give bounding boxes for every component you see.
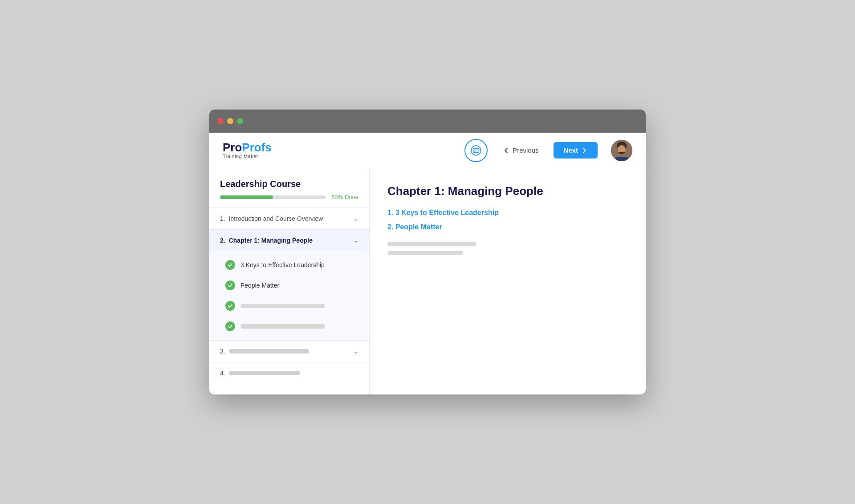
- chevron-right-icon: [581, 147, 588, 154]
- main-container: Leadership Course 50% Done 1. Introducti…: [209, 168, 646, 394]
- chapter-number-2: 2.: [220, 237, 225, 244]
- lesson-check-1: [225, 260, 235, 270]
- chevron-down-icon-2: ⌄: [353, 237, 358, 244]
- progress-row: 50% Done: [220, 194, 358, 200]
- chapter-header-left-4: 4.: [220, 370, 300, 377]
- chapter-placeholder-3: [229, 349, 309, 354]
- minimize-dot[interactable]: [227, 118, 233, 124]
- chapter-header-left-3: 3.: [220, 348, 309, 355]
- chapter-number-3: 3.: [220, 348, 225, 355]
- chapter-placeholder-4: [229, 371, 300, 375]
- chapter-item-3: 3. ⌄: [209, 340, 369, 362]
- lesson-check-3: [225, 301, 235, 311]
- lesson-placeholder-3: [240, 304, 325, 308]
- lesson-text-1: 3 Keys to Effective Leadership: [240, 261, 325, 268]
- content-placeholder-2: [387, 251, 463, 255]
- chapter-header-left-1: 1. Introduction and Course Overview: [220, 215, 323, 222]
- progress-label: 50% Done: [331, 194, 358, 200]
- logo-profs: Profs: [242, 141, 271, 154]
- logo: ProProfs Training Maker: [223, 142, 272, 159]
- lesson-item-4[interactable]: [209, 316, 369, 337]
- chapter-header-2[interactable]: 2. Chapter 1: Managing People ⌄: [209, 230, 369, 251]
- next-label: Next: [563, 146, 578, 154]
- close-dot[interactable]: [217, 118, 224, 124]
- check-icon-4: [228, 324, 233, 329]
- browser-window: ProProfs Training Maker Previous: [209, 110, 646, 394]
- chapter-number-1: 1.: [220, 215, 225, 222]
- progress-bar-background: [220, 195, 326, 199]
- content-area: Chapter 1: Managing People 1. 3 Keys to …: [370, 168, 646, 394]
- chapter-header-1[interactable]: 1. Introduction and Course Overview ⌄: [209, 208, 369, 229]
- header: ProProfs Training Maker Previous: [209, 133, 646, 168]
- chevron-left-icon: [503, 147, 510, 154]
- lesson-text-2: People Matter: [240, 282, 279, 289]
- content-lesson-link-2[interactable]: 2. People Matter: [387, 223, 628, 231]
- svg-point-0: [471, 146, 481, 155]
- check-icon-3: [228, 303, 233, 309]
- svg-rect-7: [615, 157, 628, 161]
- chevron-down-icon-3: ⌄: [353, 348, 358, 355]
- content-lesson-link-1[interactable]: 1. 3 Keys to Effective Leadership: [387, 209, 628, 217]
- chapter-item-2: 2. Chapter 1: Managing People ⌄: [209, 229, 369, 340]
- chapter-header-left-2: 2. Chapter 1: Managing People: [220, 237, 313, 244]
- content-chapter-title: Chapter 1: Managing People: [387, 184, 628, 198]
- avatar[interactable]: [611, 140, 632, 161]
- title-bar: [209, 110, 646, 133]
- maximize-dot[interactable]: [237, 118, 243, 124]
- sidebar-header: Leadership Course 50% Done: [209, 179, 369, 207]
- previous-button[interactable]: Previous: [497, 142, 545, 159]
- logo-subtitle: Training Maker: [223, 154, 272, 159]
- chapter-title-1: Introduction and Course Overview: [229, 215, 323, 222]
- logo-text: ProProfs: [223, 142, 272, 153]
- chat-icon-button[interactable]: [464, 139, 488, 162]
- chapter-number-4: 4.: [220, 370, 225, 377]
- logo-pro: Pro: [223, 141, 242, 154]
- course-title: Leadership Course: [220, 179, 358, 189]
- chapter-header-4[interactable]: 4.: [209, 362, 369, 384]
- check-icon-1: [228, 262, 233, 268]
- chevron-down-icon-1: ⌄: [353, 215, 358, 222]
- avatar-image: [611, 140, 632, 161]
- sidebar: Leadership Course 50% Done 1. Introducti…: [209, 168, 370, 394]
- lesson-check-2: [225, 280, 235, 290]
- chapter-item-4: 4.: [209, 362, 369, 384]
- content-placeholder-1: [387, 242, 476, 246]
- check-icon-2: [228, 283, 233, 288]
- lesson-check-4: [225, 321, 235, 331]
- next-button[interactable]: Next: [554, 142, 598, 159]
- chat-icon: [470, 145, 482, 156]
- progress-bar-fill: [220, 195, 273, 199]
- lesson-list-2: 3 Keys to Effective Leadership People Ma…: [209, 251, 369, 340]
- lesson-item-2[interactable]: People Matter: [209, 275, 369, 296]
- chapter-item-1: 1. Introduction and Course Overview ⌄: [209, 207, 369, 229]
- lesson-placeholder-4: [240, 324, 325, 329]
- svg-rect-1: [473, 148, 479, 152]
- lesson-item-1[interactable]: 3 Keys to Effective Leadership: [209, 255, 369, 275]
- lesson-item-3[interactable]: [209, 296, 369, 316]
- chapter-header-3[interactable]: 3. ⌄: [209, 341, 369, 362]
- previous-label: Previous: [513, 146, 538, 154]
- chapter-title-2: Chapter 1: Managing People: [229, 237, 313, 244]
- app-body: ProProfs Training Maker Previous: [209, 133, 646, 394]
